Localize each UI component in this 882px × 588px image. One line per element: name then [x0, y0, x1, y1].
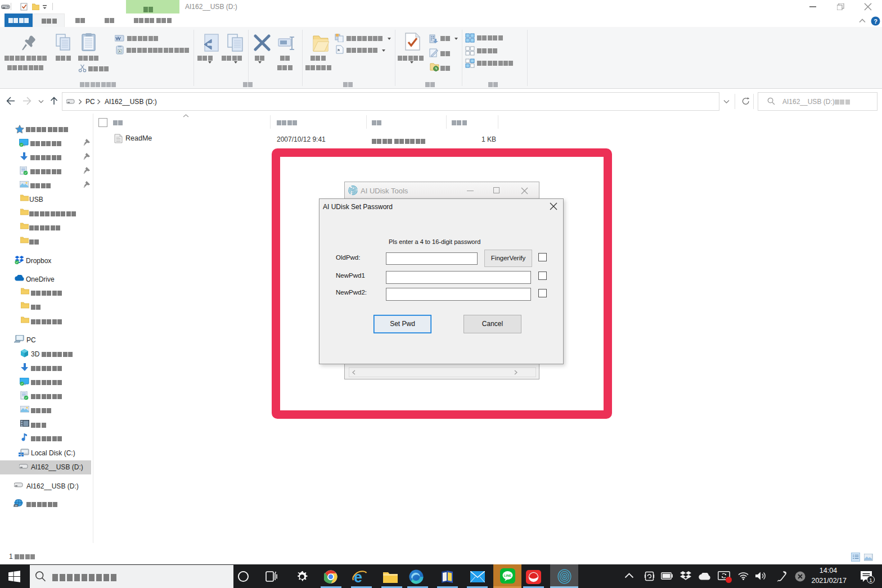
svg-text:?: ?: [874, 18, 878, 25]
svg-text:LINE: LINE: [504, 574, 512, 577]
